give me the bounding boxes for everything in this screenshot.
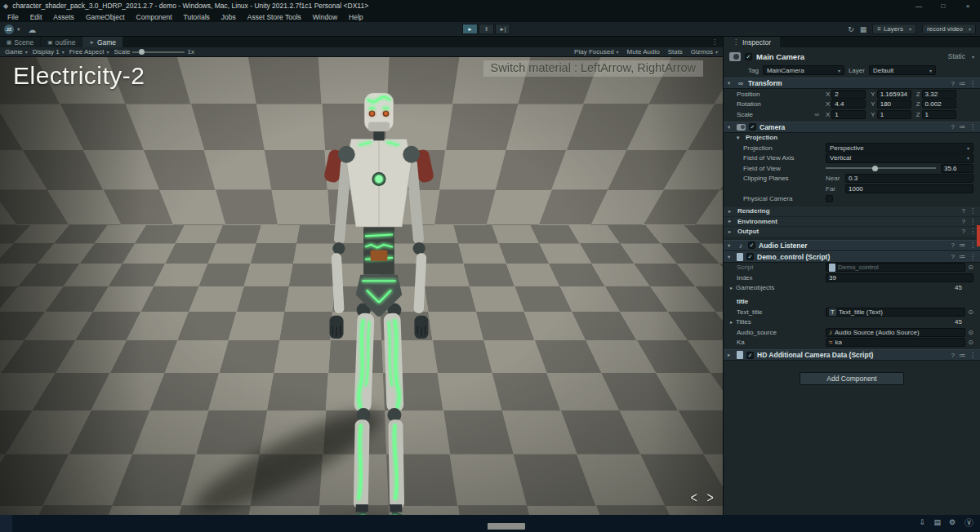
account-avatar[interactable]: JZ [4,24,14,34]
services-grid-icon[interactable]: ▦ [860,25,867,33]
step-button[interactable]: ►| [495,24,510,34]
demo-control-header[interactable]: ▾ ✓ Demo_control (Script) ? ≔ ⋮ [724,251,980,263]
help-icon[interactable]: ? [951,123,955,131]
audio-listener-header[interactable]: ▾ ♪ ✓ Audio Listener ? ≔ ⋮ [724,240,980,251]
uniform-scale-link-icon[interactable]: ∞ [814,111,819,118]
menu-help[interactable]: Help [343,13,368,21]
display-dropdown[interactable]: Display 1 ▾ [33,48,65,55]
minimize-button[interactable]: — [906,0,931,11]
environment-foldout[interactable]: ▸ Environment ? ⋮ [724,216,980,227]
object-picker-icon[interactable]: ⊙ [968,264,973,271]
environment-foldout-icon[interactable]: ▸ [728,218,734,224]
play-button[interactable]: ► [462,24,478,34]
layer-dropdown[interactable]: Default ▾ [869,65,936,75]
fov-slider[interactable] [826,167,936,169]
rendering-foldout-icon[interactable]: ▸ [728,208,734,215]
scale-z-field[interactable]: 1 [922,110,956,119]
tab-scene[interactable]: ▦ Scene [0,37,40,47]
camera-enabled-checkbox[interactable]: ✓ [749,123,756,131]
gear-status-icon[interactable]: ⚙ [949,518,956,526]
hd-camera-checkbox[interactable]: ✓ [746,352,754,359]
layers-dropdown[interactable]: ≡ Layers ▾ [872,24,916,34]
menu-gameobject[interactable]: GameObject [80,13,131,21]
preset-icon[interactable]: ≔ [959,123,965,131]
help-icon[interactable]: ? [962,207,965,215]
next-material-arrow[interactable]: > [706,489,713,507]
cloud-icon[interactable]: ☁ [28,25,36,34]
mute-audio-button[interactable]: Mute Audio [627,48,660,55]
rotation-y-field[interactable]: 180 [877,100,911,109]
preset-icon[interactable]: ≔ [959,253,965,260]
gizmos-dropdown[interactable]: Gizmos ▾ [691,48,718,55]
add-component-button[interactable]: Add Component [800,372,904,385]
fov-field[interactable]: 35.6 [941,164,973,173]
camera-foldout-icon[interactable]: ▾ [728,124,733,131]
layout-dropdown[interactable]: record video ▾ [922,24,976,34]
transform-foldout-icon[interactable]: ▾ [728,80,733,86]
index-field[interactable]: 39 [826,273,973,282]
help-icon[interactable]: ? [951,352,955,359]
menu-tutorials[interactable]: Tutorials [178,13,216,21]
help-icon[interactable]: ? [951,242,955,249]
demo-control-checkbox[interactable]: ✓ [746,253,754,260]
hd-camera-foldout-icon[interactable]: ▸ [728,352,733,358]
menu-asset-store-tools[interactable]: Asset Store Tools [242,13,307,21]
kebab-icon[interactable]: ⋮ [969,80,976,87]
kebab-icon[interactable]: ⋮ [969,207,976,215]
output-foldout[interactable]: ▸ Output ? ⋮ [724,226,980,237]
kebab-icon[interactable]: ⋮ [969,242,976,249]
audio-listener-checkbox[interactable]: ✓ [748,242,755,249]
audio-listener-foldout-icon[interactable]: ▾ [728,242,733,249]
gameobjects-foldout-icon[interactable]: ▸ [730,285,736,291]
titles-row[interactable]: ▸ Titles 45 [724,317,980,328]
preset-icon[interactable]: ≔ [959,242,965,249]
kebab-icon[interactable]: ⋮ [969,352,976,359]
package-download-icon[interactable]: ⇩ [920,518,926,526]
demo-control-foldout-icon[interactable]: ▾ [728,254,733,260]
tab-game[interactable]: ► Game [82,37,122,47]
object-picker-icon[interactable]: ⊙ [968,329,973,336]
help-icon[interactable]: ? [951,80,955,87]
rotation-z-field[interactable]: 0.002 [922,100,956,109]
titles-foldout-icon[interactable]: ▸ [730,319,736,326]
game-mode-dropdown[interactable]: Game ▾ [5,48,28,55]
kebab-icon[interactable]: ⋮ [969,228,976,235]
projection-section[interactable]: ▾ Projection [724,133,980,144]
ka-field[interactable]: ≈ ka [826,338,965,347]
object-picker-icon[interactable]: ⊙ [968,339,973,346]
help-icon[interactable]: ? [962,218,965,225]
projection-dropdown[interactable]: Perspective ▾ [826,143,973,153]
help-icon[interactable]: ? [951,253,955,260]
menu-jobs[interactable]: Jobs [216,13,242,21]
camera-header[interactable]: ▾ ✓ Camera ? ≔ ⋮ [724,122,980,133]
stats-button[interactable]: Stats [668,48,683,55]
position-y-field[interactable]: 1.165934 [877,90,911,99]
grid-status-icon[interactable]: ▤ [933,518,941,526]
menu-assets[interactable]: Assets [47,13,80,21]
tab-inspector[interactable]: ⋮ Inspector [724,37,780,47]
help-icon[interactable]: ? [962,228,965,235]
near-field[interactable]: 0.3 [845,174,973,183]
scale-x-field[interactable]: 1 [831,110,866,119]
titles-count[interactable]: 45 [955,318,962,326]
close-button[interactable]: × [956,0,980,11]
projection-foldout-icon[interactable]: ▾ [737,135,742,141]
panel-menu-icon[interactable]: ⋮ [706,37,723,47]
maximize-button[interactable]: □ [931,0,956,11]
pause-button[interactable]: ‖ [479,24,494,34]
kebab-icon[interactable]: ⋮ [969,123,976,131]
text-title-field[interactable]: T Text_title (Text) [826,308,965,317]
object-picker-icon[interactable]: ⊙ [968,308,973,316]
tag-dropdown[interactable]: MainCamera ▾ [763,65,844,75]
history-icon[interactable]: ↻ [848,25,854,33]
play-focused-dropdown[interactable]: Play Focused ▾ [574,48,618,55]
menu-window[interactable]: Window [307,13,343,21]
gameobject-name[interactable]: Main Camera [756,52,944,61]
game-viewport[interactable]: Electricity-2 Switch material : LeftArro… [0,57,723,515]
menu-file[interactable]: File [2,13,24,21]
menu-component[interactable]: Component [131,13,178,21]
preset-icon[interactable]: ≔ [959,80,965,87]
aspect-dropdown[interactable]: Free Aspect ▾ [69,48,109,55]
preset-icon[interactable]: ≔ [959,352,965,359]
scale-slider-handle[interactable] [139,49,145,55]
